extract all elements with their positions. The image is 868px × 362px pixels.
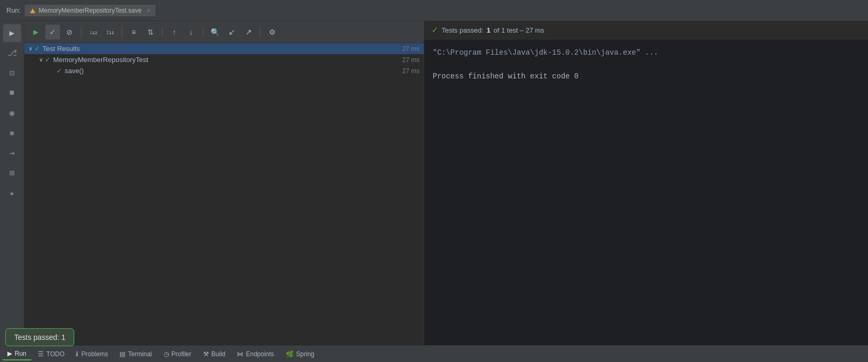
tab-name: MemoryMemberRepositoryTest.save [38, 7, 141, 14]
bottom-tab-profiler[interactable]: ◷ Profiler [158, 348, 197, 360]
bottom-bar: Tests passed: 1 ▶ Run ☰ TODO ℹ Problems … [0, 345, 868, 362]
tree-row-class[interactable]: ∨ ✓ MemoryMemberRepositoryTest 27 ms [24, 54, 424, 65]
import-button[interactable]: ↙ [224, 25, 239, 39]
toolbar-separator-1 [81, 27, 82, 37]
sidebar-inspect-icon[interactable]: ⊡ [3, 64, 21, 82]
tests-passed-label: Tests passed: [442, 26, 484, 34]
bottom-tab-run[interactable]: ▶ Run [2, 348, 32, 360]
console-line-3: Process finished with exit code 0 [433, 71, 860, 82]
chevron-class: ∨ [39, 56, 43, 63]
run-tab-title[interactable]: MemoryMemberRepositoryTest.save × [25, 5, 155, 16]
toolbar-separator-5 [260, 27, 261, 37]
bottom-tab-spring[interactable]: 🌿 Spring [281, 348, 320, 360]
time-class: 27 ms [402, 56, 420, 64]
left-panel: ▶ ✓ ⊘ ↓₁₂ ↕₁₂ ≡ ⇅ ↑ ↓ 🔍 ↙ ↗ ⚙ ∨ ✓ T [24, 21, 424, 345]
profiler-tab-label: Profiler [172, 350, 192, 358]
todo-icon: ☰ [38, 350, 44, 358]
sidebar-login-icon[interactable]: ⇥ [3, 144, 21, 162]
chevron-results: ∨ [28, 45, 33, 52]
pass-checkmark-icon: ✓ [432, 25, 438, 35]
build-tab-label: Build [212, 350, 226, 358]
test-tree: ∨ ✓ Test Results 27 ms ∨ ✓ MemoryMemberR… [24, 43, 424, 345]
filter2-button[interactable]: ⇅ [143, 25, 158, 39]
output-console: "C:\Program Files\Java\jdk-15.0.2\bin\ja… [424, 39, 868, 345]
bottom-tab-problems[interactable]: ℹ Problems [71, 348, 113, 360]
cancel-button[interactable]: ⊘ [62, 25, 77, 39]
tests-passed-badge: Tests passed: 1 [5, 328, 74, 346]
tab-close-btn[interactable]: × [147, 7, 150, 14]
tree-row-method[interactable]: ✓ save() 27 ms [24, 65, 424, 76]
terminal-icon: ▤ [119, 350, 125, 358]
endpoints-tab-label: Endpoints [246, 350, 274, 358]
run-play-button[interactable]: ▶ [28, 25, 43, 39]
sidebar-camera-icon[interactable]: ◉ [3, 104, 21, 122]
bottom-tab-terminal[interactable]: ▤ Terminal [114, 348, 157, 360]
settings-button[interactable]: ⚙ [265, 25, 280, 39]
tab-triangle-icon [30, 8, 35, 13]
terminal-tab-label: Terminal [128, 350, 152, 358]
bottom-tab-todo[interactable]: ☰ TODO [33, 348, 69, 360]
time-results: 27 ms [402, 45, 420, 53]
bottom-tab-endpoints[interactable]: ⋈ Endpoints [232, 348, 279, 360]
endpoints-icon: ⋈ [237, 350, 243, 358]
toolbar: ▶ ✓ ⊘ ↓₁₂ ↕₁₂ ≡ ⇅ ↑ ↓ 🔍 ↙ ↗ ⚙ [24, 21, 424, 43]
tree-row-results[interactable]: ∨ ✓ Test Results 27 ms [24, 43, 424, 54]
toolbar-separator-3 [162, 27, 163, 37]
tests-passed-count: 1 [487, 26, 491, 34]
up-button[interactable]: ↑ [167, 25, 182, 39]
label-results: Test Results [43, 45, 402, 53]
export-button[interactable]: ↗ [241, 25, 256, 39]
time-method: 27 ms [402, 67, 420, 75]
label-method: save() [65, 67, 402, 75]
tests-passed-badge-text: Tests passed: 1 [14, 333, 65, 341]
check-results: ✓ [34, 45, 40, 53]
main-area: ▶ ⎇ ⊡ ■ ◉ ✱ ⇥ ⊞ ★ ▶ ✓ ⊘ ↓₁₂ ↕₁₂ ≡ ⇅ ↑ ↓ … [0, 21, 868, 345]
sidebar-layout-icon[interactable]: ⊞ [3, 164, 21, 182]
spring-tab-label: Spring [296, 350, 315, 358]
sort-duration-button[interactable]: ↕₁₂ [103, 25, 117, 39]
sidebar-git-icon[interactable]: ⎇ [3, 44, 21, 62]
label-class: MemoryMemberRepositoryTest [53, 56, 402, 64]
bottom-tab-build[interactable]: ⚒ Build [198, 348, 231, 360]
tests-passed-suffix: of 1 test – 27 ms [494, 26, 544, 34]
sidebar-gear-icon[interactable]: ✱ [3, 124, 21, 142]
search-button[interactable]: 🔍 [207, 25, 222, 39]
build-icon: ⚒ [203, 350, 209, 358]
left-sidebar: ▶ ⎇ ⊡ ■ ◉ ✱ ⇥ ⊞ ★ [0, 21, 24, 345]
run-tab-label: Run [15, 350, 26, 357]
filter-button[interactable]: ≡ [126, 25, 141, 39]
sidebar-stop-icon[interactable]: ■ [3, 84, 21, 102]
profiler-icon: ◷ [164, 350, 169, 358]
sidebar-pin-icon[interactable]: ★ [3, 184, 21, 202]
problems-tab-label: Problems [81, 350, 108, 358]
title-bar: Run: MemoryMemberRepositoryTest.save × [0, 0, 868, 21]
output-header: ✓ Tests passed: 1 of 1 test – 27 ms [424, 21, 868, 39]
run-icon: ▶ [7, 350, 12, 357]
console-line-2 [433, 58, 860, 70]
sort-alpha-button[interactable]: ↓₁₂ [86, 25, 101, 39]
spring-icon: 🌿 [286, 350, 294, 358]
check-class: ✓ [45, 56, 51, 64]
run-label: Run: [6, 6, 21, 14]
todo-tab-label: TODO [46, 350, 64, 358]
pass-filter-button[interactable]: ✓ [45, 25, 60, 39]
toolbar-separator-4 [203, 27, 203, 37]
problems-icon: ℹ [76, 350, 78, 358]
toolbar-separator-2 [122, 27, 122, 37]
sidebar-play-icon[interactable]: ▶ [3, 24, 21, 42]
check-method: ✓ [56, 67, 62, 75]
console-line-1: "C:\Program Files\Java\jdk-15.0.2\bin\ja… [433, 47, 860, 58]
down-button[interactable]: ↓ [184, 25, 198, 39]
right-panel: ✓ Tests passed: 1 of 1 test – 27 ms "C:\… [424, 21, 868, 345]
